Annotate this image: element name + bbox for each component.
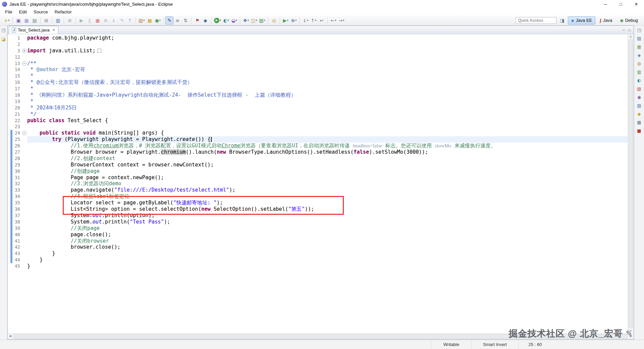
maximize-window-button[interactable]: □ bbox=[613, 0, 629, 8]
new-java-project-button[interactable]: ▧▾ bbox=[138, 16, 146, 24]
minimized-view-icon-8[interactable]: ◉ bbox=[636, 94, 642, 100]
print-button[interactable]: ▤ bbox=[31, 16, 39, 24]
minimize-editor-button[interactable]: ─ bbox=[623, 28, 625, 32]
format-source-button[interactable]: ≡ bbox=[173, 16, 181, 24]
code-lines[interactable]: 1package com.bjhg.playwright;23+import j… bbox=[8, 34, 628, 333]
new-class-button[interactable]: ◉▾ bbox=[154, 16, 162, 24]
minimized-view-icon-7[interactable]: ▧ bbox=[636, 86, 642, 92]
minimized-view-icon-4[interactable]: ◍ bbox=[636, 60, 642, 66]
code-line-21[interactable]: 21 */ bbox=[8, 111, 628, 117]
minimized-project-explorer-icon[interactable]: ◪ bbox=[1, 36, 7, 42]
code-line-18[interactable]: 18 * 《刚刚问世》系列初窥篇-Java+Playwright自动化测试-24… bbox=[8, 92, 628, 98]
perspective-debug[interactable]: ◉Debug bbox=[616, 16, 641, 24]
back-button[interactable]: ←▾ bbox=[329, 16, 337, 24]
code-line-39[interactable]: 39 //关闭page bbox=[8, 225, 628, 232]
code-line-22[interactable]: 22public class Test_Select { bbox=[8, 117, 628, 124]
vertical-scroll-thumb[interactable] bbox=[629, 40, 633, 328]
code-line-31[interactable]: 31 Page page = context.newPage(); bbox=[8, 174, 628, 181]
step-into-button[interactable]: ↓ bbox=[110, 16, 118, 24]
minimized-view-icon-12[interactable]: ■ bbox=[636, 128, 642, 134]
web-browser-button[interactable]: ⊕▾ bbox=[290, 16, 298, 24]
restore-views-icon[interactable]: ◳ bbox=[1, 27, 7, 33]
code-line-1[interactable]: 1package com.bjhg.playwright; bbox=[8, 35, 628, 41]
minimized-view-icon-5[interactable]: ▥ bbox=[636, 69, 642, 75]
code-line-25[interactable]: 25 try (Playwright playwright = Playwrig… bbox=[8, 136, 628, 143]
minimized-view-icon-2[interactable]: ▦ bbox=[636, 44, 642, 50]
code-line-3[interactable]: 3+import java.util.List; bbox=[8, 48, 628, 54]
task-flag-button[interactable]: ⚑ bbox=[193, 16, 201, 24]
maximize-editor-button[interactable]: □ bbox=[628, 28, 631, 32]
code-line-19[interactable]: 19 * bbox=[8, 98, 628, 105]
step-return-button[interactable]: ↑ bbox=[126, 16, 134, 24]
code-line-42[interactable]: 42 browser.close(); bbox=[8, 244, 628, 250]
menu-refactor[interactable]: Refactor bbox=[52, 9, 75, 15]
code-line-27[interactable]: 27 Browser browser = playwright.chromium… bbox=[8, 149, 628, 155]
mark-occurrences-toggle[interactable]: ✎ bbox=[165, 16, 173, 24]
code-line-20[interactable]: 20 * 2024年10月25日 bbox=[8, 105, 628, 111]
profile-button[interactable]: ◒▾ bbox=[230, 16, 238, 24]
new-wizard-button[interactable]: +▾ bbox=[3, 16, 11, 24]
minimized-view-icon-11[interactable]: ▩ bbox=[636, 119, 642, 125]
tab-close-icon[interactable]: ✕ bbox=[52, 28, 55, 32]
fold-toggle-icon[interactable]: − bbox=[22, 61, 26, 66]
code-line-36[interactable]: 36 List<String> option = select.selectOp… bbox=[8, 206, 628, 212]
sort-members-button[interactable]: ⇅ bbox=[181, 16, 190, 24]
tab-test_select.java[interactable]: JTest_Select.java✕ bbox=[9, 26, 58, 34]
fold-toggle-icon[interactable]: + bbox=[22, 49, 26, 53]
new-web-project-button[interactable]: ▨▾ bbox=[258, 16, 266, 24]
code-line-32[interactable]: 32 //3.浏览器访问demo bbox=[8, 181, 628, 187]
minimized-view-icon-1[interactable]: ▤ bbox=[636, 35, 642, 41]
code-line-37[interactable]: 37 System.out.println(option); bbox=[8, 212, 628, 219]
minimized-view-icon-9[interactable]: ▨ bbox=[636, 102, 642, 108]
open-perspective-button[interactable]: ◨ bbox=[559, 18, 565, 23]
code-line-43[interactable]: 43 } bbox=[8, 250, 628, 257]
code-line-17[interactable]: 17 * bbox=[8, 86, 628, 92]
code-line-13[interactable]: 13−/** bbox=[8, 60, 628, 67]
code-line-34[interactable]: 34 //4.根据label标签定位 bbox=[8, 193, 628, 200]
code-line-33[interactable]: 33 page.navigate("file:///E:/Desktop/tes… bbox=[8, 187, 628, 193]
menu-edit[interactable]: Edit bbox=[16, 9, 30, 15]
code-line-14[interactable]: 14 * @author 北京-宏哥 bbox=[8, 66, 628, 73]
external-tools-button[interactable]: ▶▾ bbox=[282, 16, 290, 24]
code-line-44[interactable]: 44 } bbox=[8, 257, 628, 263]
save-button[interactable]: ▣ bbox=[14, 16, 22, 24]
close-window-button[interactable]: ✕ bbox=[629, 0, 644, 8]
save-all-button[interactable]: ▦ bbox=[22, 16, 31, 24]
code-line-26[interactable]: 26 //1.使用chromium浏览器，# 浏览器配置，设置以GUI模式启动C… bbox=[8, 143, 628, 149]
run-button[interactable]: ▶▾ bbox=[213, 16, 222, 24]
last-edit-location-button[interactable]: ↩ bbox=[318, 16, 326, 24]
minimize-window-button[interactable]: ─ bbox=[598, 0, 613, 8]
perspective-java-ee[interactable]: ◈Java EE bbox=[568, 16, 596, 24]
minimized-view-icon-3[interactable]: ◈ bbox=[636, 52, 642, 58]
collapsed-code-icon[interactable] bbox=[97, 49, 101, 53]
code-line-41[interactable]: 41 //关闭browser bbox=[8, 238, 628, 244]
code-line-15[interactable]: 15 * bbox=[8, 73, 628, 79]
scroll-left-icon[interactable]: ◀ bbox=[9, 334, 11, 338]
code-line-40[interactable]: 40 page.close(); bbox=[8, 232, 628, 238]
code-line-29[interactable]: 29 BrowserContext context = browser.newC… bbox=[8, 162, 628, 168]
code-line-24[interactable]: 24− public static void main(String[] arg… bbox=[8, 130, 628, 136]
forward-button[interactable]: →▾ bbox=[337, 16, 345, 24]
skip-breakpoints-button[interactable]: ⊘ bbox=[66, 16, 74, 24]
new-servlet-button[interactable]: ◫▾ bbox=[250, 16, 258, 24]
resume-button[interactable]: ▶ bbox=[77, 16, 86, 24]
code-line-45[interactable]: 45} bbox=[8, 263, 628, 269]
code-line-2[interactable]: 2 bbox=[8, 41, 628, 48]
code-line-35[interactable]: 35 Locator select = page.getByLabel("快递邮… bbox=[8, 200, 628, 206]
new-server-button[interactable]: ❖▾ bbox=[242, 16, 250, 24]
search-button[interactable]: ◎ bbox=[270, 16, 278, 24]
open-console-button[interactable]: ▥ bbox=[54, 16, 62, 24]
quick-access-input[interactable] bbox=[516, 17, 556, 24]
restore-views-icon[interactable]: ◳ bbox=[636, 27, 642, 33]
next-annotation-button[interactable]: ↓▾ bbox=[302, 16, 310, 24]
bookmark-button[interactable]: ◆ bbox=[201, 16, 209, 24]
terminate-button[interactable]: ■ bbox=[94, 16, 102, 24]
code-line-16[interactable]: 16 * @公众号:北京宏哥（微信搜索，关注宏哥，提前解锁更多测试干货） bbox=[8, 79, 628, 86]
fold-toggle-icon[interactable]: − bbox=[22, 131, 26, 135]
perspective-java[interactable]: JJava bbox=[596, 16, 615, 24]
disconnect-button[interactable]: ⊗ bbox=[102, 16, 110, 24]
code-line-23[interactable]: 23 bbox=[8, 123, 628, 130]
new-package-button[interactable]: ▦ bbox=[146, 16, 154, 24]
menu-source[interactable]: Source bbox=[31, 9, 51, 15]
scroll-up-icon[interactable]: ▲ bbox=[628, 35, 634, 38]
